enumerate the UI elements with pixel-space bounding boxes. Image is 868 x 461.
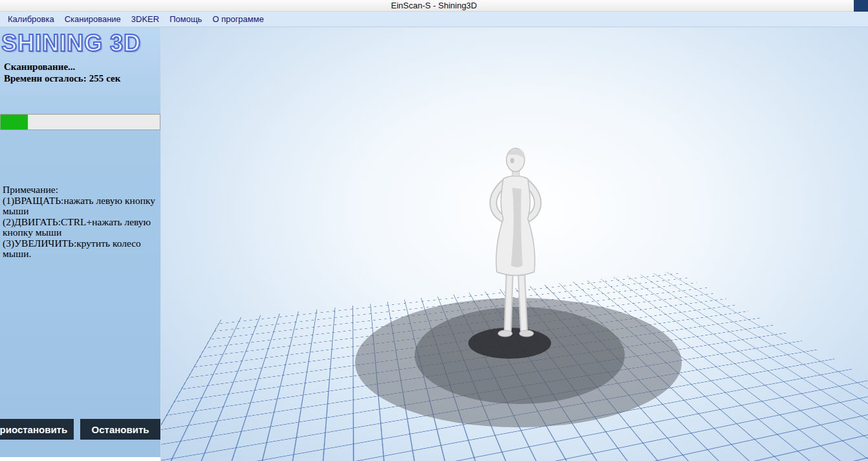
menu-item-help[interactable]: Помощь xyxy=(164,12,207,26)
time-label: Времени осталось: xyxy=(4,73,87,84)
note-line: (2)ДВИГАТЬ:CTRL+нажать левую кнопку мыши xyxy=(3,217,157,238)
menu-item-calibration[interactable]: Калибровка xyxy=(3,12,60,26)
app-window: EinScan-S - Shining3D Калибровка Сканиро… xyxy=(0,0,868,461)
menu-item-about[interactable]: О программе xyxy=(207,12,269,26)
usage-notes: Примечание: (1)ВРАЩАТЬ:нажать левую кноп… xyxy=(3,185,157,260)
time-value: 255 xyxy=(89,73,104,84)
model-foot xyxy=(498,330,512,337)
scanned-model xyxy=(470,142,560,356)
model-foot xyxy=(519,330,534,337)
stop-button[interactable]: Остановить xyxy=(80,419,160,440)
note-line: (1)ВРАЩАТЬ:нажать левую кнопку мыши xyxy=(3,196,157,217)
shining3d-logo: SHINING 3D xyxy=(1,30,141,57)
note-line: Примечание: xyxy=(3,185,157,196)
scan-controls: Приостановить Остановить xyxy=(0,419,160,440)
title-bar[interactable]: EinScan-S - Shining3D xyxy=(0,0,868,12)
menu-item-scanning[interactable]: Сканирование xyxy=(60,12,126,26)
pause-button[interactable]: Приостановить xyxy=(0,419,74,440)
menu-item-3dker[interactable]: 3DKER xyxy=(126,12,164,26)
status-time-remaining: Времени осталось:255сек xyxy=(4,73,120,84)
progress-fill xyxy=(1,115,28,129)
scan-status: Сканирование... Времени осталось:255сек xyxy=(4,61,120,84)
note-line: (3)УВЕЛИЧИТЬ:крутить колесо мыши. xyxy=(3,238,157,260)
window-title: EinScan-S - Shining3D xyxy=(391,1,477,10)
corner-accent xyxy=(854,0,868,12)
time-unit: сек xyxy=(106,73,120,84)
status-scanning-label: Сканирование... xyxy=(4,61,120,73)
menu-bar: Калибровка Сканирование 3DKER Помощь О п… xyxy=(0,12,868,27)
progress-track xyxy=(0,114,160,130)
content-area: SHINING 3D Сканирование... Времени остал… xyxy=(0,27,868,461)
sidebar: SHINING 3D Сканирование... Времени остал… xyxy=(0,27,160,457)
viewport-3d[interactable] xyxy=(160,27,868,461)
